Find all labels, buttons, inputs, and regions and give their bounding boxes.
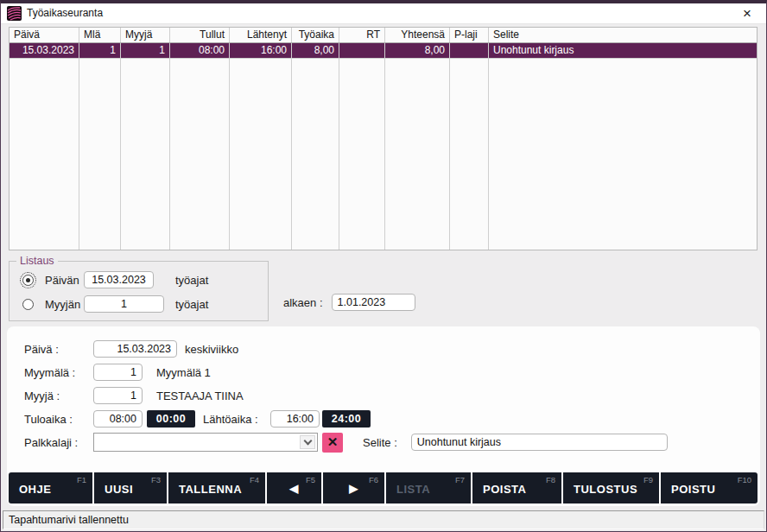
palkkalaji-select[interactable] xyxy=(93,433,318,452)
cell-yhteensa: 8,00 xyxy=(385,43,450,58)
window-title: Työaikaseuranta xyxy=(27,7,103,19)
column-header-rt[interactable]: RT xyxy=(339,28,385,42)
paivan-label: Päivän xyxy=(45,274,84,287)
column-header-tullut[interactable]: Tullut xyxy=(170,28,230,42)
lahtoaika-limit-badge: 24:00 xyxy=(322,410,371,428)
app-logo-icon xyxy=(7,6,22,21)
myyjan-suffix: työajat xyxy=(175,298,208,311)
fkey-label: F4 xyxy=(250,475,259,484)
paiva-date-field[interactable]: 15.03.2023 xyxy=(93,340,177,358)
paivan-date-input[interactable]: 15.03.2023 xyxy=(84,271,154,288)
paiva-label: Päivä : xyxy=(24,343,93,356)
fkey-label: F1 xyxy=(77,475,86,484)
paiva-row: Päivä : 15.03.2023 keskiviikko xyxy=(24,339,743,358)
palkkalaji-row: Palkkalaji : ✕ Selite : Unohtunut kirjau… xyxy=(24,433,743,452)
paivan-suffix: työajat xyxy=(175,274,208,287)
ohje-button[interactable]: F1 OHJE xyxy=(9,472,92,504)
listaus-paivan-row: Päivän 15.03.2023 työajat xyxy=(10,270,268,289)
myymala-name-text: Myymälä 1 xyxy=(156,366,211,379)
listaus-groupbox: Listaus Päivän 15.03.2023 työajat Myyjän… xyxy=(9,261,269,321)
tuloaika-label: Tuloaika : xyxy=(24,413,93,426)
alkaen-row: alkaen : 1.01.2023 xyxy=(283,294,415,311)
table-empty-area xyxy=(10,59,757,250)
column-header-selite[interactable]: Selite xyxy=(489,28,757,42)
selite-label: Selite : xyxy=(363,436,397,449)
cell-tullut: 08:00 xyxy=(170,43,230,58)
myymala-label: Myymälä : xyxy=(24,366,93,379)
cell-rt xyxy=(339,43,385,58)
cell-mla: 1 xyxy=(79,43,121,58)
uusi-button[interactable]: F3 UUSI xyxy=(94,472,167,504)
function-toolbar: F1 OHJE F3 UUSI F4 TALLENNA F5 ◀ F6 ▶ F7… xyxy=(9,472,757,504)
cell-paiva: 15.03.2023 xyxy=(10,43,79,58)
close-icon[interactable]: × xyxy=(738,3,757,24)
table-header: Päivä Mlä Myyjä Tullut Lähtenyt Työaika … xyxy=(10,28,757,43)
column-header-plaji[interactable]: P-laji xyxy=(450,28,489,42)
listaus-myyjan-row: Myyjän 1 työajat xyxy=(10,294,268,314)
cell-selite: Unohtunut kirjaus xyxy=(489,43,757,58)
tulostus-button[interactable]: F9 TULOSTUS xyxy=(563,472,659,504)
cell-lahtenyt: 16:00 xyxy=(230,43,292,58)
column-header-yhteensa[interactable]: Yhteensä xyxy=(385,28,450,42)
myyja-label: Myyjä : xyxy=(24,390,93,402)
left-arrow-icon: ◀ xyxy=(267,482,321,495)
myyja-row: Myyjä : 1 TESTAAJA TIINA xyxy=(24,386,743,405)
status-text: Tapahtumarivi tallennettu xyxy=(9,514,129,526)
cell-plaji xyxy=(450,43,489,58)
tuloaika-limit-badge: 00:00 xyxy=(147,410,195,428)
previous-record-button[interactable]: F5 ◀ xyxy=(267,472,321,504)
alkaen-date-input[interactable]: 1.01.2023 xyxy=(332,294,415,311)
lahtoaika-field[interactable]: 16:00 xyxy=(270,410,320,428)
column-header-myyja[interactable]: Myyjä xyxy=(121,28,170,42)
tallenna-button[interactable]: F4 TALLENNA xyxy=(168,472,265,504)
fkey-label: F8 xyxy=(546,475,555,484)
poistu-button[interactable]: F10 POISTU xyxy=(661,472,757,504)
records-table: Päivä Mlä Myyjä Tullut Lähtenyt Työaika … xyxy=(9,27,757,250)
times-row: Tuloaika : 08:00 00:00 Lähtöaika : 16:00… xyxy=(24,409,743,428)
next-record-button[interactable]: F6 ▶ xyxy=(323,472,384,504)
palkkalaji-label: Palkkalaji : xyxy=(24,436,93,449)
selite-input[interactable]: Unohtunut kirjaus xyxy=(411,434,668,451)
column-header-mla[interactable]: Mlä xyxy=(79,28,121,42)
lahtoaika-label: Lähtöaika : xyxy=(203,413,270,426)
column-header-paiva[interactable]: Päivä xyxy=(10,28,79,42)
right-arrow-icon: ▶ xyxy=(323,482,384,495)
lista-button-disabled: F7 LISTA xyxy=(386,472,471,504)
weekday-text: keskiviikko xyxy=(185,343,238,356)
titlebar: Työaikaseuranta × xyxy=(1,3,766,24)
poista-button[interactable]: F8 POISTA xyxy=(472,472,561,504)
cell-myyja: 1 xyxy=(121,43,170,58)
table-row-selected[interactable]: 15.03.2023 1 1 08:00 16:00 8,00 8,00 Uno… xyxy=(10,43,757,59)
fkey-label: F3 xyxy=(151,475,161,484)
chevron-down-icon xyxy=(300,435,315,449)
fkey-label: F10 xyxy=(738,475,751,484)
fkey-label: F7 xyxy=(455,475,465,484)
radio-myyjan[interactable] xyxy=(22,299,34,310)
myymala-row: Myymälä : 1 Myymälä 1 xyxy=(24,363,743,382)
alkaen-label: alkaen : xyxy=(283,296,323,309)
tuloaika-field[interactable]: 08:00 xyxy=(93,410,143,428)
myyja-name-text: TESTAAJA TIINA xyxy=(156,390,244,402)
myymala-number-field[interactable]: 1 xyxy=(93,364,143,381)
radio-paivan[interactable] xyxy=(22,275,34,286)
app-window: Työaikaseuranta × Päivä Mlä Myyjä Tullut… xyxy=(0,0,767,532)
cell-tyoaika: 8,00 xyxy=(292,43,339,58)
listaus-legend: Listaus xyxy=(16,255,58,267)
status-bar: Tapahtumarivi tallennettu xyxy=(3,510,764,529)
myyjan-label: Myyjän xyxy=(45,298,84,311)
myyjan-number-input[interactable]: 1 xyxy=(84,295,164,313)
clear-palkkalaji-button[interactable]: ✕ xyxy=(322,433,343,453)
myyja-number-field[interactable]: 1 xyxy=(93,387,143,404)
fkey-label: F9 xyxy=(643,475,653,484)
column-header-lahtenyt[interactable]: Lähtenyt xyxy=(230,28,292,42)
column-header-tyoaika[interactable]: Työaika xyxy=(292,28,339,42)
